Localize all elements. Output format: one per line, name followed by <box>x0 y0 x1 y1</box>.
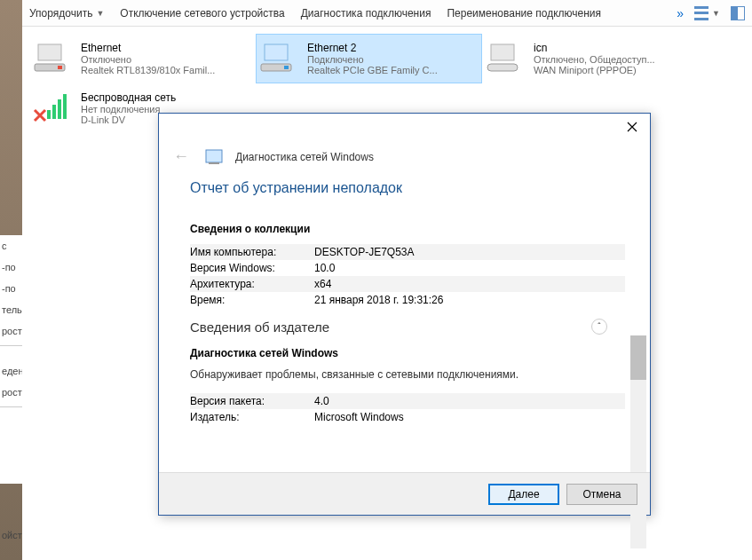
connection-item-ethernet2[interactable]: Ethernet 2 Подключено Realtek PCIe GBE F… <box>256 34 482 83</box>
svg-rect-3 <box>265 44 288 60</box>
dialog-footer: Далее Отмена <box>159 472 650 515</box>
btn-label: Далее <box>508 488 539 501</box>
section-publisher: Сведения об издателе ˆ <box>190 319 625 335</box>
left-text: с <box>0 235 22 256</box>
separator <box>0 406 22 418</box>
sub-title-text: Сведения об издателе <box>190 319 329 335</box>
table-row: Архитектура:x64 <box>190 276 625 292</box>
kv-key: Время: <box>190 292 314 308</box>
wifi-no-connection-icon <box>33 92 72 124</box>
kv-key: Версия пакета: <box>190 393 314 409</box>
modem-icon <box>486 43 525 75</box>
btn-label: Отмена <box>582 488 621 501</box>
kv-val: 4.0 <box>314 393 625 409</box>
kv-key: Версия Windows: <box>190 260 314 276</box>
left-text: еден <box>0 360 22 382</box>
toolbar: Упорядочить ▼ Отключение сетевого устрой… <box>22 0 752 27</box>
left-text: рост <box>0 320 22 342</box>
toolbar-label: Отключение сетевого устройства <box>120 7 284 20</box>
conn-name: Ethernet 2 <box>307 42 479 54</box>
conn-device: Realtek PCIe GBE Family C... <box>307 65 479 75</box>
kv-val: Microsoft Windows <box>314 409 625 425</box>
chevron-down-icon: ▼ <box>712 9 720 18</box>
svg-rect-0 <box>38 44 61 60</box>
conn-name: Беспроводная сеть <box>81 91 252 104</box>
conn-device: WAN Miniport (PPPOE) <box>534 65 705 75</box>
left-text: рость <box>0 382 22 403</box>
kv-val: DESKTOP-JE7Q53A <box>314 244 625 260</box>
connection-item-ethernet[interactable]: Ethernet Отключено Realtek RTL8139/810x … <box>29 34 256 83</box>
report-title: Отчет об устранении неполадок <box>190 180 625 196</box>
kv-val: x64 <box>314 276 625 292</box>
conn-status: Подключено <box>307 54 479 65</box>
table-row: Версия пакета:4.0 <box>190 393 625 409</box>
dialog-titlebar <box>159 114 650 140</box>
conn-status: Отключено <box>81 54 252 65</box>
left-text: ойст <box>0 525 22 546</box>
toolbar-more[interactable]: » <box>677 6 684 20</box>
toolbar-diagnose[interactable]: Диагностика подключения <box>301 7 431 20</box>
svg-rect-6 <box>491 44 514 60</box>
svg-rect-8 <box>47 110 51 119</box>
conn-status: Отключено, Общедоступ... <box>534 54 705 65</box>
svg-rect-9 <box>52 105 56 119</box>
dialog-header: ← Диагностика сетей Windows <box>159 140 650 180</box>
next-button[interactable]: Далее <box>488 484 559 505</box>
left-panel-fragment: с -по -по тель рост еден рость ойст <box>0 235 22 484</box>
svg-rect-5 <box>284 66 289 69</box>
table-row: Версия Windows:10.0 <box>190 260 625 276</box>
dialog-body: Отчет об устранении неполадок Сведения о… <box>159 180 650 425</box>
kv-key: Издатель: <box>190 409 314 425</box>
preview-pane-icon[interactable] <box>731 6 745 20</box>
network-adapter-icon <box>33 43 72 75</box>
kv-key: Архитектура: <box>190 276 314 292</box>
diag-desc: Обнаруживает проблемы, связанные с сетев… <box>190 368 625 381</box>
diag-title: Диагностика сетей Windows <box>190 347 625 359</box>
connection-item-icn[interactable]: icn Отключено, Общедоступ... WAN Minipor… <box>482 34 708 83</box>
toolbar-label: Упорядочить <box>29 7 92 20</box>
close-icon <box>627 122 637 132</box>
cancel-button[interactable]: Отмена <box>566 484 637 505</box>
kv-key: Имя компьютера: <box>190 244 314 260</box>
toolbar-label: Диагностика подключения <box>301 7 431 20</box>
dialog-title: Диагностика сетей Windows <box>235 151 374 163</box>
conn-device: Realtek RTL8139/810x Famil... <box>81 65 252 75</box>
svg-rect-13 <box>209 162 219 164</box>
back-arrow-icon[interactable]: ← <box>168 147 194 166</box>
collapse-icon[interactable]: ˆ <box>591 319 607 335</box>
svg-rect-11 <box>63 94 67 119</box>
section-collection: Сведения о коллекции <box>190 223 625 235</box>
troubleshoot-dialog: ← Диагностика сетей Windows Отчет об уст… <box>158 113 651 516</box>
toolbar-label: Переименование подключения <box>447 7 601 20</box>
scrollbar[interactable] <box>630 335 646 548</box>
svg-rect-7 <box>487 64 518 71</box>
conn-name: Ethernet <box>81 42 252 54</box>
view-button[interactable]: ▼ <box>694 6 720 20</box>
svg-rect-12 <box>206 150 222 162</box>
toolbar-rename[interactable]: Переименование подключения <box>447 7 601 20</box>
list-view-icon <box>694 6 708 20</box>
scrollbar-thumb[interactable] <box>630 335 646 380</box>
left-text: -по <box>0 256 22 278</box>
kv-val: 10.0 <box>314 260 625 276</box>
close-button[interactable] <box>620 117 645 137</box>
svg-rect-2 <box>58 66 62 69</box>
conn-name: icn <box>534 42 705 54</box>
left-text: тель <box>0 299 22 320</box>
toolbar-organize[interactable]: Упорядочить ▼ <box>29 7 104 20</box>
network-adapter-icon <box>259 43 298 75</box>
kv-val: 21 января 2018 г. 19:31:26 <box>314 292 625 308</box>
table-row: Издатель:Microsoft Windows <box>190 409 625 425</box>
svg-rect-10 <box>58 99 61 119</box>
table-row: Время:21 января 2018 г. 19:31:26 <box>190 292 625 308</box>
chevron-down-icon: ▼ <box>96 9 104 18</box>
diagnostic-icon <box>205 149 225 165</box>
left-text: -по <box>0 278 22 299</box>
separator <box>0 345 22 357</box>
table-row: Имя компьютера:DESKTOP-JE7Q53A <box>190 244 625 260</box>
toolbar-disable[interactable]: Отключение сетевого устройства <box>120 7 284 20</box>
